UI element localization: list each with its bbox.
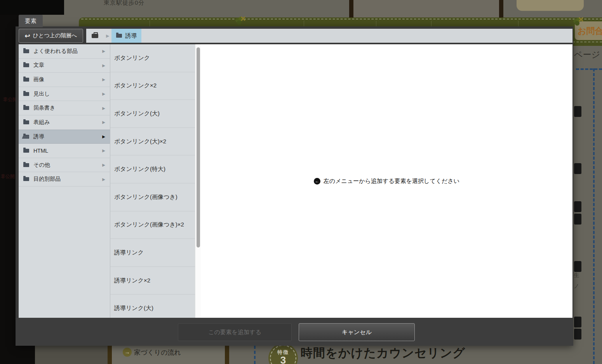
element-item[interactable]: ボタンリンク(画像つき)×2 [110,211,195,239]
chevron-right-icon: ▶ [102,177,105,181]
element-label: ボタンリンク×2 [114,82,157,89]
folder-icon [23,49,29,53]
flow-link-label: 家づくりの流れ [134,348,181,357]
category-label: 見出し [33,91,98,98]
dimmed-button [574,201,581,212]
category-item[interactable]: よく使われる部品▶ [19,44,110,59]
page-title-fragment: ページ [574,49,600,61]
folder-icon [23,163,29,167]
folder-icon [116,34,122,38]
clover-icon [233,16,247,26]
box-border [225,346,229,364]
feature-badge-number: 3 [271,356,296,364]
selection-outline-right [593,68,595,364]
folder-icon [23,106,29,110]
element-item[interactable]: ボタンリンク(特大) [110,155,195,183]
element-label: ボタンリンク(画像つき) [114,193,177,201]
chevron-right-icon: ▶ [102,163,105,167]
nav-contact-label: お問合 [578,25,602,37]
element-label: ボタンリンク(大)×2 [114,138,166,145]
chevron-right-icon: ▶ [102,120,105,124]
category-item[interactable]: 文章▶ [19,59,110,73]
element-item[interactable]: ボタンリンク×2 [110,72,195,100]
element-label: ボタンリンク(特大) [114,165,165,173]
category-item[interactable]: 表組み▶ [19,115,110,130]
nav-separator [376,21,376,26]
category-label: 誘導 [33,133,98,140]
chevron-right-icon: ▶ [102,92,105,96]
folder-icon [23,63,29,67]
clipped-text: 生 [574,272,579,279]
briefcase-icon [92,34,98,38]
dimmed-button [574,317,581,327]
back-arrow-icon: ↩ [25,33,30,39]
clipped-text: ノ [574,283,579,290]
box-border [108,346,112,364]
category-item[interactable]: その他▶ [19,158,110,172]
breadcrumb-root[interactable] [86,29,104,43]
category-label: 文章 [33,62,98,69]
dimmed-button [574,163,581,174]
element-list-scrollbar[interactable] [195,44,201,318]
reservation-button [517,0,584,11]
add-element-button[interactable]: この要素を追加する [178,323,292,341]
cms-panel-header [0,0,64,15]
category-item[interactable]: 箇条書き▶ [19,101,110,115]
chevron-right-icon: ▶ [102,49,105,53]
go-up-level-label: ひとつ上の階層へ [33,32,77,39]
element-item[interactable]: ボタンリンク [110,44,195,72]
element-label: ボタンリンク [114,54,150,62]
element-list: ボタンリンク ボタンリンク×2 ボタンリンク(大) ボタンリンク(大)×2 ボタ… [110,44,195,318]
go-up-level-button[interactable]: ↩ ひとつ上の階層へ [19,29,83,43]
chevron-right-icon: ▶ [102,106,105,110]
preview-area: ← 左のメニューから追加する要素を選択してください [201,44,572,318]
feature-badge: 特徴 3 [268,343,298,364]
category-item-selected[interactable]: 誘導▶ [19,130,110,144]
folder-icon [23,177,29,181]
folder-icon [23,92,29,96]
category-item[interactable]: 目的別部品▶ [19,172,110,186]
selection-outline [254,346,256,364]
category-list: よく使われる部品▶ 文章▶ 画像▶ 見出し▶ 箇条書き▶ 表組み▶ 誘導▶ HT… [19,44,110,318]
dialog-content: よく使われる部品▶ 文章▶ 画像▶ 見出し▶ 箇条書き▶ 表組み▶ 誘導▶ HT… [19,44,572,318]
category-label: 表組み [33,119,98,126]
open-folder-icon [23,135,29,139]
dimmed-button [574,261,581,272]
cancel-button[interactable]: キャンセル [299,323,415,341]
element-label: ボタンリンク(画像つき)×2 [114,221,184,228]
chevron-right-icon: ▶ [102,134,105,139]
category-item[interactable]: 見出し▶ [19,87,110,101]
element-label: 誘導リンク×2 [114,277,150,284]
nav-separator [518,21,518,26]
nav-dashed-border [81,19,602,19]
element-picker-dialog: ↩ ひとつ上の階層へ ▶ 誘導 よく使われる部品▶ 文章▶ 画像▶ 見出し▶ 箇… [16,26,573,346]
breadcrumb-current-label: 誘導 [125,32,137,40]
chevron-right-icon: ▶ [102,77,105,82]
category-item[interactable]: HTML▶ [19,144,110,158]
category-label: 画像 [33,76,98,83]
nav-separator [304,21,304,26]
folder-icon [23,149,29,153]
folder-icon [23,78,29,82]
element-item[interactable]: 誘導リンク×2 [110,267,195,295]
element-label: 誘導リンク [114,249,144,256]
feature-badge-inner: 特徴 3 [270,345,296,364]
chevron-right-icon: ▶ [104,33,111,38]
folder-icon [23,120,29,124]
element-item[interactable]: ボタンリンク(画像つき) [110,183,195,211]
scrollbar-thumb[interactable] [197,47,200,247]
category-item[interactable]: 画像▶ [19,73,110,87]
element-item[interactable]: ボタンリンク(大)×2 [110,128,195,156]
category-label: その他 [33,162,98,169]
element-item[interactable]: ボタンリンク(大) [110,100,195,128]
category-label: 目的別部品 [33,176,98,183]
nav-separator [150,21,150,26]
dimmed-button [574,106,581,117]
category-label: 箇条書き [33,104,98,111]
arrow-circle-icon: → [123,348,132,357]
station-access-text: 東京駅徒歩0分 [104,0,144,7]
breadcrumb-current-folder[interactable]: 誘導 [111,29,141,43]
element-item[interactable]: 誘導リンク [110,239,195,267]
element-label: ボタンリンク(大) [114,110,160,117]
tab-elements[interactable]: 要素 [19,15,43,27]
